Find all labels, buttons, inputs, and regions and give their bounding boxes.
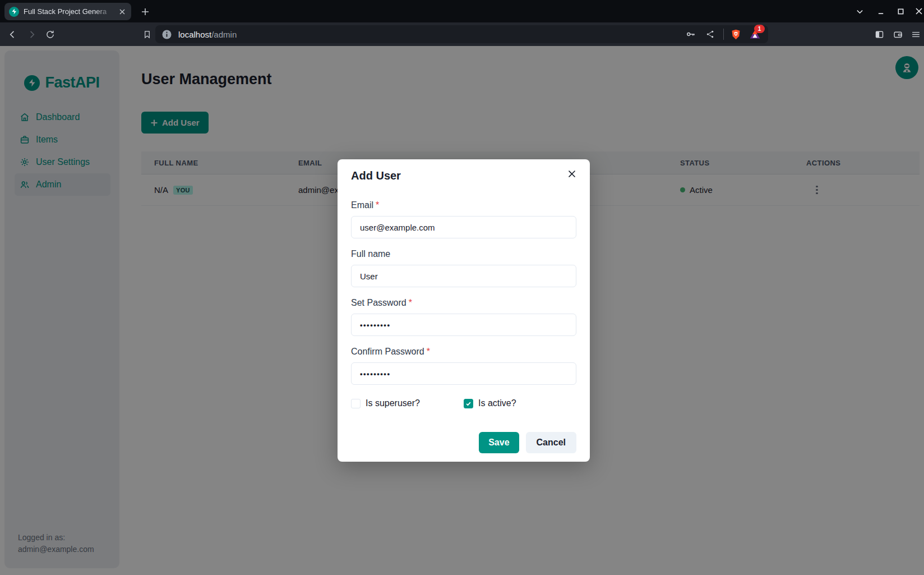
site-info-icon[interactable] [162, 30, 172, 39]
confirm-password-field-group: Confirm Password* [351, 346, 576, 385]
page-viewport: FastAPI Dashboard Items [0, 46, 924, 575]
fastapi-favicon-icon [9, 7, 19, 17]
window-close-button[interactable] [912, 4, 924, 19]
email-label: Email* [351, 200, 576, 210]
rewards-notification-badge: 1 [754, 25, 765, 33]
reload-button[interactable] [43, 27, 57, 41]
toolbar-divider [723, 29, 724, 40]
new-tab-button[interactable] [138, 4, 153, 19]
checkbox-unchecked-icon[interactable] [351, 399, 361, 408]
wallet-icon[interactable] [891, 27, 904, 41]
required-asterisk: * [376, 200, 379, 210]
add-user-modal: Add User Email* Full name Set Password* [338, 159, 590, 462]
set-password-label: Set Password* [351, 297, 576, 308]
browser-window: Full Stack Project Genera [0, 0, 924, 575]
is-active-checkbox[interactable]: Is active? [464, 398, 516, 408]
share-icon[interactable] [704, 27, 717, 41]
checkbox-row: Is superuser? Is active? [351, 398, 576, 408]
save-button[interactable]: Save [479, 432, 519, 453]
email-input[interactable] [351, 216, 576, 238]
browser-toolbar: localhost /admin 1 [0, 22, 924, 46]
is-superuser-checkbox[interactable]: Is superuser? [351, 398, 464, 408]
confirm-password-input[interactable] [351, 362, 576, 385]
password-key-icon[interactable] [684, 27, 697, 41]
tab-search-chevron-icon[interactable] [852, 4, 867, 19]
tab-close-icon[interactable] [118, 7, 127, 16]
is-superuser-label: Is superuser? [366, 398, 420, 408]
forward-button[interactable] [25, 27, 38, 41]
brave-shield-icon[interactable] [730, 29, 742, 40]
set-password-input[interactable] [351, 314, 576, 336]
modal-title: Add User [351, 168, 576, 183]
modal-footer: Save Cancel [351, 432, 576, 453]
url-path: /admin [211, 30, 237, 39]
tab-title: Full Stack Project Genera [24, 7, 116, 16]
sidebar-toggle-icon[interactable] [872, 27, 886, 41]
url-host: localhost [178, 30, 211, 39]
required-asterisk: * [409, 298, 412, 307]
full-name-label: Full name [351, 249, 576, 259]
modal-close-icon[interactable] [566, 168, 578, 180]
back-button[interactable] [6, 27, 19, 41]
window-maximize-button[interactable] [893, 4, 908, 19]
brave-rewards-icon[interactable]: 1 [748, 27, 761, 41]
is-active-label: Is active? [478, 398, 516, 408]
browser-tab[interactable]: Full Stack Project Genera [4, 3, 131, 20]
tab-strip: Full Stack Project Genera [0, 0, 924, 22]
menu-hamburger-icon[interactable] [909, 27, 922, 41]
window-minimize-button[interactable] [874, 4, 888, 19]
full-name-field-group: Full name [351, 249, 576, 287]
required-asterisk: * [427, 347, 430, 356]
full-name-input[interactable] [351, 265, 576, 287]
bookmark-icon[interactable] [140, 27, 154, 41]
checkbox-checked-icon[interactable] [464, 399, 473, 408]
url-bar[interactable]: localhost /admin 1 [155, 25, 768, 43]
cancel-button[interactable]: Cancel [526, 432, 576, 453]
email-field-group: Email* [351, 200, 576, 238]
confirm-password-label: Confirm Password* [351, 346, 576, 357]
set-password-field-group: Set Password* [351, 297, 576, 336]
